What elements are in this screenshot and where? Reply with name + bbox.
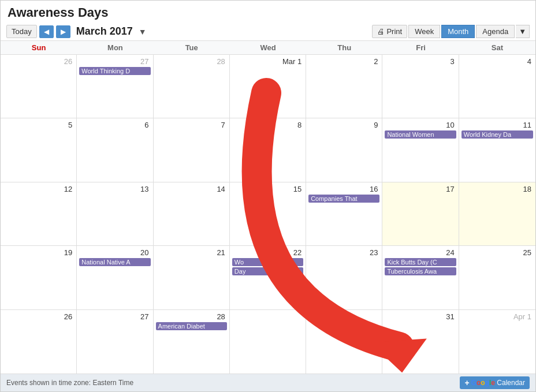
- day-header-wed: Wed: [230, 41, 306, 54]
- calendar-wrapper: Awareness Days Today ◀ ▶ March 2017 ▼ 🖨 …: [0, 0, 536, 392]
- calendar-header: Today ◀ ▶ March 2017 ▼ 🖨 Print Week Mont…: [1, 21, 535, 41]
- cal-day: 26: [1, 55, 77, 118]
- prev-button[interactable]: ◀: [39, 25, 54, 38]
- week-view-button[interactable]: Week: [408, 25, 440, 38]
- cal-day: 24Kick Butts Day (CTuberculosis Awa: [382, 246, 459, 309]
- cal-day: 28American Diabet: [154, 310, 230, 374]
- view-controls: 🖨 Print Week Month Agenda ▼: [372, 25, 530, 38]
- cal-day: 28: [154, 55, 230, 118]
- printer-icon: 🖨: [377, 27, 385, 36]
- cal-day: [306, 310, 382, 374]
- day-header-tue: Tue: [154, 41, 230, 54]
- day-header-sun: Sun: [1, 41, 77, 54]
- nav-controls: Today ◀ ▶ March 2017 ▼: [6, 25, 147, 38]
- cal-day: 5: [1, 118, 77, 181]
- app-title: Awareness Days: [8, 5, 528, 20]
- cal-day: 14: [154, 182, 230, 245]
- plus-icon: +: [464, 378, 469, 387]
- event[interactable]: World Kidney Da: [461, 130, 533, 139]
- cal-day: Mar 1: [230, 55, 306, 118]
- cal-day: 26: [1, 310, 77, 374]
- cal-day: 3: [382, 55, 459, 118]
- cal-day: 2: [306, 55, 382, 118]
- calendar-grid: 26 27World Thinking D 28 Mar 1 2 3 4 5 6…: [1, 55, 535, 374]
- cal-day: 20National Native A: [77, 246, 153, 309]
- cal-day: 19: [1, 246, 77, 309]
- cal-day: 11World Kidney Da: [459, 118, 535, 181]
- event[interactable]: Companies That: [308, 195, 379, 203]
- event[interactable]: American Diabet: [156, 322, 227, 330]
- cal-day: 9: [306, 118, 382, 181]
- cal-day: 7: [154, 118, 230, 181]
- cal-day: 13: [77, 182, 153, 245]
- view-dropdown-button[interactable]: ▼: [516, 25, 530, 38]
- cal-day: 6: [77, 118, 153, 181]
- cal-day: 27World Thinking D: [77, 55, 153, 118]
- event[interactable]: National Women: [385, 130, 456, 139]
- week-row: 26 27 28American Diabet 31 Apr 1: [1, 310, 535, 374]
- next-button[interactable]: ▶: [56, 25, 70, 38]
- event[interactable]: Kick Butts Day (C: [385, 258, 456, 266]
- month-dropdown-button[interactable]: ▼: [139, 27, 147, 36]
- cal-day: 8: [230, 118, 306, 181]
- event[interactable]: Tuberculosis Awa: [385, 267, 456, 275]
- week-row: 12 13 14 15 16Companies That 17 18: [1, 182, 535, 246]
- day-header-mon: Mon: [77, 41, 153, 54]
- cal-day: [230, 310, 306, 374]
- print-button[interactable]: 🖨 Print: [372, 25, 407, 38]
- event[interactable]: Day: [232, 267, 303, 275]
- calendar-footer: Events shown in time zone: Eastern Time …: [1, 374, 535, 391]
- agenda-view-button[interactable]: Agenda: [476, 25, 515, 38]
- event[interactable]: National Native A: [79, 258, 150, 266]
- google-calendar-button[interactable]: + Google Calendar: [460, 376, 530, 389]
- cal-day: 12: [1, 182, 77, 245]
- event[interactable]: World Thinking D: [79, 67, 150, 75]
- day-header-sat: Sat: [459, 41, 535, 54]
- cal-day: 22WoDay: [230, 246, 306, 309]
- cal-day: 4: [459, 55, 535, 118]
- day-header-thu: Thu: [306, 41, 382, 54]
- day-header-fri: Fri: [382, 41, 459, 54]
- cal-day: Apr 1: [459, 310, 535, 374]
- cal-day: 27: [77, 310, 153, 374]
- week-row: 5 6 7 8 9 10National Women 11World Kidne…: [1, 118, 535, 182]
- month-label: March 2017: [76, 25, 133, 38]
- cal-day: 10National Women: [382, 118, 459, 181]
- cal-day: 23: [306, 246, 382, 309]
- google-calendar-logo: Google Calendar: [471, 379, 525, 387]
- cal-day: 31: [382, 310, 459, 374]
- cal-day: 21: [154, 246, 230, 309]
- day-headers: Sun Mon Tue Wed Thu Fri Sat: [1, 41, 535, 55]
- cal-day: 25: [459, 246, 535, 309]
- timezone-label: Events shown in time zone: Eastern Time: [6, 379, 133, 387]
- cal-day: 16Companies That: [306, 182, 382, 245]
- week-row: 26 27World Thinking D 28 Mar 1 2 3 4: [1, 55, 535, 118]
- week-row: 19 20National Native A 21 22WoDay 23 24K…: [1, 246, 535, 309]
- month-view-button[interactable]: Month: [441, 25, 475, 38]
- cal-day: 15: [230, 182, 306, 245]
- cal-day-today: 18: [459, 182, 535, 245]
- event[interactable]: Wo: [232, 258, 303, 266]
- today-button[interactable]: Today: [6, 25, 37, 38]
- cal-day: 17: [382, 182, 459, 245]
